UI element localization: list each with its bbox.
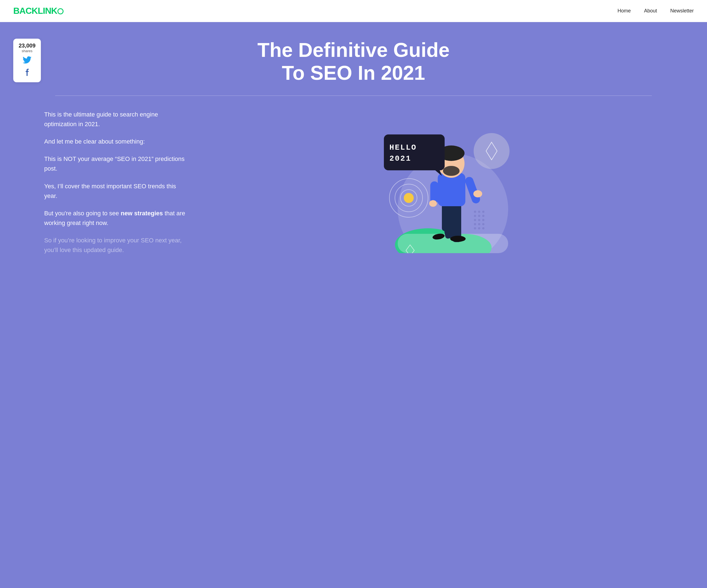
svg-point-35 bbox=[482, 215, 484, 217]
nav-home[interactable]: Home bbox=[617, 8, 631, 13]
svg-point-14 bbox=[429, 200, 437, 207]
hero-text: This is the ultimate guide to search eng… bbox=[44, 110, 188, 263]
svg-point-12 bbox=[473, 190, 482, 197]
svg-point-17 bbox=[443, 166, 460, 176]
shares-label: shares bbox=[18, 49, 36, 53]
logo[interactable]: BACKLINK bbox=[13, 6, 64, 16]
nav-about[interactable]: About bbox=[644, 8, 657, 13]
paragraph-1: This is the ultimate guide to search eng… bbox=[44, 110, 188, 129]
illustration-svg: HELLO 2021 bbox=[356, 110, 511, 253]
svg-point-43 bbox=[478, 227, 480, 230]
svg-point-30 bbox=[474, 211, 476, 213]
logo-text: BACKLINK bbox=[13, 6, 57, 16]
shares-count: 23,009 bbox=[18, 42, 36, 49]
paragraph-4: Yes, I’ll cover the most important SEO t… bbox=[44, 181, 188, 201]
svg-point-8 bbox=[450, 236, 466, 242]
svg-point-34 bbox=[478, 215, 480, 217]
svg-point-39 bbox=[474, 223, 476, 225]
hero-title-area: The Definitive Guide To SEO In 2021 bbox=[0, 39, 707, 84]
svg-rect-19 bbox=[384, 134, 445, 170]
paragraph-2: And let me be clear about something: bbox=[44, 137, 188, 146]
svg-point-40 bbox=[478, 223, 480, 225]
svg-point-38 bbox=[482, 219, 484, 221]
svg-point-32 bbox=[482, 211, 484, 213]
hero-title: The Definitive Guide To SEO In 2021 bbox=[55, 39, 652, 84]
shares-widget: 23,009 shares bbox=[13, 39, 41, 82]
nav-links: Home About Newsletter bbox=[617, 8, 694, 14]
svg-text:2021: 2021 bbox=[390, 154, 411, 163]
svg-point-42 bbox=[474, 227, 476, 230]
svg-rect-9 bbox=[438, 173, 465, 206]
hero-section: 23,009 shares The Definitive Guide To SE… bbox=[0, 22, 707, 588]
twitter-icon[interactable] bbox=[18, 56, 36, 66]
navbar: BACKLINK Home About Newsletter bbox=[0, 0, 707, 22]
svg-rect-13 bbox=[430, 181, 439, 203]
facebook-icon[interactable] bbox=[18, 68, 36, 78]
paragraph-6: So if you’re looking to improve your SEO… bbox=[44, 236, 188, 255]
hero-content: This is the ultimate guide to search eng… bbox=[0, 110, 707, 263]
nav-newsletter[interactable]: Newsletter bbox=[670, 8, 694, 13]
svg-point-31 bbox=[478, 211, 480, 213]
svg-text:HELLO: HELLO bbox=[390, 143, 417, 152]
paragraph-5-bold: new strategies bbox=[121, 210, 163, 217]
svg-point-27 bbox=[474, 133, 509, 169]
hero-illustration: HELLO 2021 bbox=[204, 110, 663, 253]
svg-point-33 bbox=[474, 215, 476, 217]
svg-point-36 bbox=[474, 219, 476, 221]
svg-point-37 bbox=[478, 219, 480, 221]
svg-point-44 bbox=[482, 227, 484, 230]
hero-divider bbox=[55, 96, 652, 96]
logo-o-icon bbox=[58, 8, 64, 14]
paragraph-5: But you're also going to see new strateg… bbox=[44, 208, 188, 228]
svg-point-41 bbox=[482, 223, 484, 225]
paragraph-3: This is NOT your average “SEO in 2021” p… bbox=[44, 154, 188, 173]
svg-point-26 bbox=[404, 193, 414, 203]
